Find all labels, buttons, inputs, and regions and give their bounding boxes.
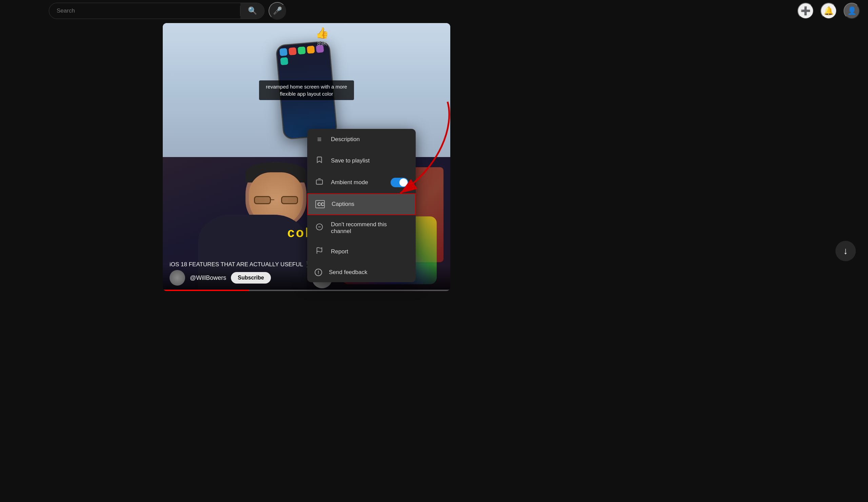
bookmark-icon bbox=[315, 156, 324, 165]
dont-recommend-icon bbox=[315, 223, 324, 233]
menu-item-description[interactable]: ≡ Description bbox=[307, 129, 416, 150]
voice-search-button[interactable]: 🎤 bbox=[269, 2, 286, 20]
description-label: Description bbox=[331, 136, 408, 143]
progress-fill bbox=[163, 290, 249, 291]
channel-handle: @WillBowers bbox=[190, 274, 226, 281]
dropdown-menu: ≡ Description Save to playlist Ambient m… bbox=[307, 129, 416, 282]
bell-icon: 🔔 bbox=[824, 6, 834, 16]
menu-item-dont-recommend[interactable]: Don't recommend this channel bbox=[307, 215, 416, 241]
flag-icon bbox=[315, 247, 324, 256]
ambient-icon bbox=[315, 178, 324, 187]
subtitle-text: revamped home screen with a more flexibl… bbox=[266, 84, 347, 97]
menu-item-report[interactable]: Report bbox=[307, 241, 416, 263]
dont-recommend-label: Don't recommend this channel bbox=[331, 221, 408, 235]
header-right: ➕ 🔔 👤 bbox=[797, 3, 860, 19]
description-icon: ≡ bbox=[315, 135, 324, 144]
search-icon: 🔍 bbox=[248, 7, 257, 15]
save-playlist-label: Save to playlist bbox=[331, 157, 408, 164]
menu-item-send-feedback[interactable]: ! Send feedback bbox=[307, 263, 416, 282]
scroll-down-button[interactable]: ↓ bbox=[836, 241, 856, 261]
toggle-knob bbox=[400, 178, 407, 186]
actions-panel: 👍 89K bbox=[309, 23, 336, 50]
notifications-button[interactable]: 🔔 bbox=[820, 3, 837, 19]
subscribe-button[interactable]: Subscribe bbox=[231, 272, 271, 284]
search-button[interactable]: 🔍 bbox=[240, 3, 264, 19]
create-button[interactable]: ➕ bbox=[797, 3, 814, 19]
account-button[interactable]: 👤 bbox=[844, 3, 860, 19]
menu-item-ambient-mode[interactable]: Ambient mode bbox=[307, 172, 416, 193]
ambient-toggle[interactable] bbox=[391, 178, 408, 187]
subtitle-box: revamped home screen with a more flexibl… bbox=[259, 80, 354, 100]
menu-item-save-playlist[interactable]: Save to playlist bbox=[307, 150, 416, 172]
avatar-icon: 👤 bbox=[847, 7, 857, 15]
thumbs-up-icon: 👍 bbox=[315, 27, 329, 39]
create-icon: ➕ bbox=[800, 6, 811, 16]
progress-bar[interactable] bbox=[163, 290, 450, 291]
report-label: Report bbox=[331, 248, 408, 255]
captions-label: Captions bbox=[332, 201, 407, 207]
like-count: 89K bbox=[317, 41, 327, 47]
mic-icon: 🎤 bbox=[273, 7, 282, 15]
main-content: revamped home screen with a more flexibl… bbox=[0, 0, 868, 502]
menu-item-captions[interactable]: CC Captions bbox=[307, 193, 416, 215]
svg-rect-0 bbox=[316, 180, 322, 184]
captions-icon: CC bbox=[315, 200, 325, 208]
channel-avatar bbox=[169, 270, 185, 286]
send-feedback-label: Send feedback bbox=[329, 269, 408, 276]
search-input[interactable] bbox=[49, 3, 240, 19]
search-wrapper: 🔍 bbox=[49, 3, 265, 19]
like-button[interactable]: 👍 89K bbox=[309, 23, 336, 50]
header: 🔍 🎤 ➕ 🔔 👤 bbox=[0, 0, 868, 22]
ambient-mode-label: Ambient mode bbox=[331, 179, 384, 186]
chevron-down-icon: ↓ bbox=[843, 246, 848, 256]
search-container: 🔍 🎤 bbox=[49, 2, 286, 20]
feedback-icon: ! bbox=[315, 269, 322, 276]
